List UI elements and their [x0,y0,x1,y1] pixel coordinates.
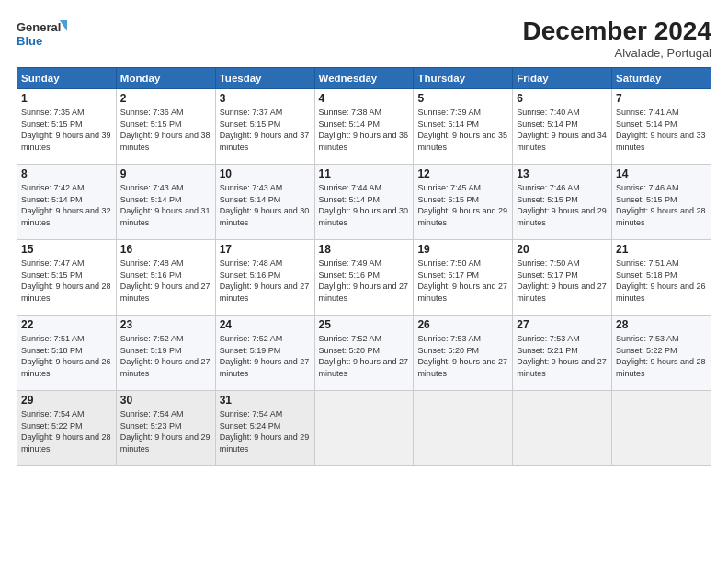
day-number: 31 [220,394,311,407]
cell: 15 Sunrise: 7:47 AMSunset: 5:15 PMDaylig… [17,240,117,316]
cell: 8 Sunrise: 7:42 AMSunset: 5:14 PMDayligh… [17,165,117,240]
cell: 6 Sunrise: 7:40 AMSunset: 5:14 PMDayligh… [513,89,612,165]
cell: 10 Sunrise: 7:43 AMSunset: 5:14 PMDaylig… [215,165,314,240]
cell: 29 Sunrise: 7:54 AMSunset: 5:22 PMDaylig… [17,391,117,466]
cell: 11 Sunrise: 7:44 AMSunset: 5:14 PMDaylig… [314,165,414,240]
day-number: 19 [417,243,508,256]
week-row-4: 22 Sunrise: 7:51 AMSunset: 5:18 PMDaylig… [17,316,711,391]
cell-content: Sunrise: 7:36 AMSunset: 5:15 PMDaylight:… [120,107,211,153]
cell: 13 Sunrise: 7:46 AMSunset: 5:15 PMDaylig… [513,165,612,240]
day-number: 7 [616,92,707,105]
day-number: 11 [319,167,410,180]
cell: 31 Sunrise: 7:54 AMSunset: 5:24 PMDaylig… [215,391,314,466]
day-number: 23 [120,318,211,331]
day-number: 27 [517,318,608,331]
calendar-table: SundayMondayTuesdayWednesdayThursdayFrid… [17,67,711,466]
cell-content: Sunrise: 7:40 AMSunset: 5:14 PMDaylight:… [517,107,608,153]
cell: 22 Sunrise: 7:51 AMSunset: 5:18 PMDaylig… [17,316,117,391]
cell: 25 Sunrise: 7:52 AMSunset: 5:20 PMDaylig… [314,316,414,391]
day-number: 26 [417,318,508,331]
day-number: 6 [517,92,608,105]
cell [314,391,414,466]
col-header-sunday: Sunday [17,68,117,89]
day-number: 5 [417,92,508,105]
title-block: December 2024 Alvalade, Portugal [523,17,711,60]
day-number: 30 [120,394,211,407]
day-number: 13 [517,167,608,180]
cell [513,391,612,466]
cell: 7 Sunrise: 7:41 AMSunset: 5:14 PMDayligh… [612,89,711,165]
cell-content: Sunrise: 7:39 AMSunset: 5:14 PMDaylight:… [417,107,508,153]
cell-content: Sunrise: 7:51 AMSunset: 5:18 PMDaylight:… [616,258,707,304]
cell-content: Sunrise: 7:42 AMSunset: 5:14 PMDaylight:… [21,182,112,228]
col-header-friday: Friday [513,68,612,89]
cell-content: Sunrise: 7:44 AMSunset: 5:14 PMDaylight:… [319,182,410,228]
cell [414,391,513,466]
cell-content: Sunrise: 7:53 AMSunset: 5:21 PMDaylight:… [517,333,608,379]
cell: 16 Sunrise: 7:48 AMSunset: 5:16 PMDaylig… [116,240,215,316]
col-header-tuesday: Tuesday [215,68,314,89]
day-number: 15 [21,243,112,256]
day-number: 29 [21,394,112,407]
cell: 20 Sunrise: 7:50 AMSunset: 5:17 PMDaylig… [513,240,612,316]
day-number: 21 [616,243,707,256]
day-number: 18 [319,243,410,256]
cell-content: Sunrise: 7:50 AMSunset: 5:17 PMDaylight:… [517,258,608,304]
cell: 14 Sunrise: 7:46 AMSunset: 5:15 PMDaylig… [612,165,711,240]
cell-content: Sunrise: 7:41 AMSunset: 5:14 PMDaylight:… [616,107,707,153]
cell-content: Sunrise: 7:48 AMSunset: 5:16 PMDaylight:… [220,258,311,304]
cell-content: Sunrise: 7:50 AMSunset: 5:17 PMDaylight:… [417,258,508,304]
logo-svg: General Blue [17,17,67,52]
cell: 19 Sunrise: 7:50 AMSunset: 5:17 PMDaylig… [414,240,513,316]
day-number: 4 [319,92,410,105]
cell: 9 Sunrise: 7:43 AMSunset: 5:14 PMDayligh… [116,165,215,240]
cell: 5 Sunrise: 7:39 AMSunset: 5:14 PMDayligh… [414,89,513,165]
cell: 28 Sunrise: 7:53 AMSunset: 5:22 PMDaylig… [612,316,711,391]
day-number: 28 [616,318,707,331]
cell: 4 Sunrise: 7:38 AMSunset: 5:14 PMDayligh… [314,89,414,165]
day-number: 16 [120,243,211,256]
logo: General Blue [17,17,67,52]
col-header-thursday: Thursday [414,68,513,89]
cell-content: Sunrise: 7:47 AMSunset: 5:15 PMDaylight:… [21,258,112,304]
col-header-monday: Monday [116,68,215,89]
cell: 3 Sunrise: 7:37 AMSunset: 5:15 PMDayligh… [215,89,314,165]
cell-content: Sunrise: 7:46 AMSunset: 5:15 PMDaylight:… [517,182,608,228]
cell-content: Sunrise: 7:53 AMSunset: 5:22 PMDaylight:… [616,333,707,379]
header: General Blue December 2024 Alvalade, Por… [17,17,711,60]
cell: 21 Sunrise: 7:51 AMSunset: 5:18 PMDaylig… [612,240,711,316]
day-number: 12 [417,167,508,180]
day-number: 2 [120,92,211,105]
col-header-wednesday: Wednesday [314,68,414,89]
cell-content: Sunrise: 7:49 AMSunset: 5:16 PMDaylight:… [319,258,410,304]
cell: 12 Sunrise: 7:45 AMSunset: 5:15 PMDaylig… [414,165,513,240]
day-number: 3 [220,92,311,105]
cell: 23 Sunrise: 7:52 AMSunset: 5:19 PMDaylig… [116,316,215,391]
cell-content: Sunrise: 7:46 AMSunset: 5:15 PMDaylight:… [616,182,707,228]
cell [612,391,711,466]
day-number: 25 [319,318,410,331]
cell-content: Sunrise: 7:37 AMSunset: 5:15 PMDaylight:… [220,107,311,153]
cell: 24 Sunrise: 7:52 AMSunset: 5:19 PMDaylig… [215,316,314,391]
day-number: 24 [220,318,311,331]
cell-content: Sunrise: 7:52 AMSunset: 5:19 PMDaylight:… [220,333,311,379]
cell-content: Sunrise: 7:54 AMSunset: 5:22 PMDaylight:… [21,408,112,454]
day-number: 9 [120,167,211,180]
cell-content: Sunrise: 7:54 AMSunset: 5:23 PMDaylight:… [120,408,211,454]
header-row: SundayMondayTuesdayWednesdayThursdayFrid… [17,68,711,89]
cell-content: Sunrise: 7:43 AMSunset: 5:14 PMDaylight:… [120,182,211,228]
day-number: 17 [220,243,311,256]
cell: 26 Sunrise: 7:53 AMSunset: 5:20 PMDaylig… [414,316,513,391]
day-number: 1 [21,92,112,105]
month-title: December 2024 [523,17,711,46]
cell-content: Sunrise: 7:53 AMSunset: 5:20 PMDaylight:… [417,333,508,379]
day-number: 20 [517,243,608,256]
cell-content: Sunrise: 7:51 AMSunset: 5:18 PMDaylight:… [21,333,112,379]
day-number: 10 [220,167,311,180]
cell: 18 Sunrise: 7:49 AMSunset: 5:16 PMDaylig… [314,240,414,316]
day-number: 22 [21,318,112,331]
cell: 1 Sunrise: 7:35 AMSunset: 5:15 PMDayligh… [17,89,117,165]
page: General Blue December 2024 Alvalade, Por… [0,0,728,563]
cell-content: Sunrise: 7:45 AMSunset: 5:15 PMDaylight:… [417,182,508,228]
cell: 30 Sunrise: 7:54 AMSunset: 5:23 PMDaylig… [116,391,215,466]
